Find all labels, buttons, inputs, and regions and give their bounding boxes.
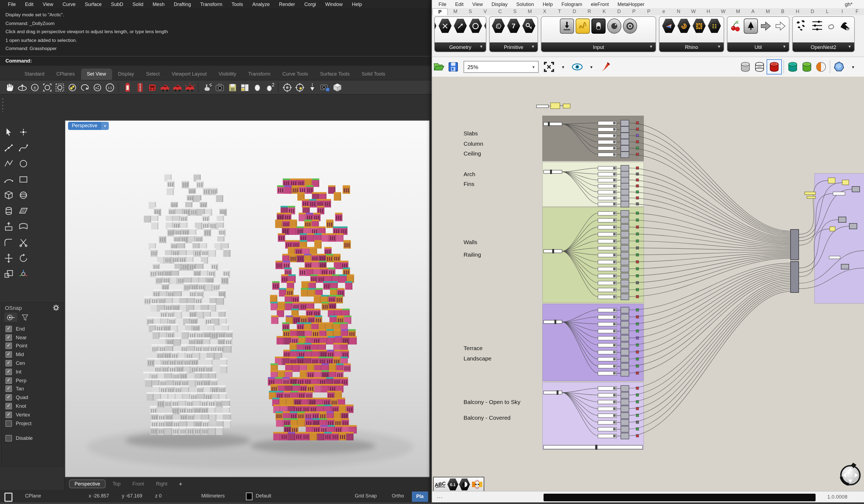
zoom-1to1-icon[interactable]: 1:1 (104, 82, 116, 93)
toolbar-group-caption[interactable]: OpenNest2▼ (793, 42, 854, 52)
category-tab-11-k[interactable]: K (597, 8, 612, 15)
extrude-tool-icon[interactable] (2, 220, 15, 233)
zoom-window-icon[interactable] (41, 82, 53, 93)
save-view-icon[interactable] (226, 82, 238, 93)
caret-icon[interactable]: ▼ (846, 60, 860, 74)
chevron-down-icon[interactable]: ▼ (101, 122, 109, 130)
checkbox-tan[interactable]: ✓ (5, 386, 12, 392)
surface-tool-icon[interactable] (17, 205, 30, 218)
nest-bird-icon[interactable] (838, 19, 853, 33)
gh-menu-item-view[interactable]: View (468, 1, 487, 7)
checkbox-perp[interactable]: ✓ (5, 377, 12, 384)
category-tab-3-v[interactable]: V (478, 8, 493, 15)
category-tab-23-b[interactable]: B (775, 8, 790, 15)
caret-icon[interactable]: ▼ (556, 60, 570, 74)
checkbox-cen[interactable]: ✓ (5, 360, 12, 367)
number-slider[interactable] (543, 320, 562, 323)
component-node[interactable] (621, 307, 629, 313)
cylinder-red-icon[interactable] (767, 59, 782, 74)
osnap-tab[interactable] (4, 312, 17, 322)
cylinder-wire-icon[interactable] (753, 60, 767, 74)
component-node[interactable] (621, 406, 629, 412)
category-tab-15-e[interactable]: e (656, 8, 671, 15)
menu-item-solid[interactable]: Solid (128, 1, 148, 7)
component-node[interactable] (621, 195, 629, 201)
viewport-tab-perspective[interactable]: Perspective (69, 479, 106, 488)
category-tab-22-m[interactable]: M (760, 8, 775, 15)
filter-funnel-icon[interactable] (19, 312, 32, 322)
arrow-outline-icon[interactable] (774, 19, 787, 33)
component-node[interactable] (838, 217, 846, 222)
road-icon[interactable] (708, 19, 721, 33)
category-tab-19-w[interactable]: W (716, 8, 731, 15)
component-node[interactable] (621, 392, 629, 398)
component-node[interactable] (621, 413, 629, 419)
toolbar-tab-display[interactable]: Display (112, 69, 140, 80)
component-node[interactable] (621, 152, 629, 158)
component-node[interactable] (621, 342, 629, 348)
sphere-2-icon[interactable]: 2 (263, 82, 276, 93)
checkbox-disable[interactable] (5, 435, 12, 442)
curve-tool-icon[interactable] (17, 142, 30, 155)
dial-knob-icon[interactable] (607, 19, 621, 34)
category-tab-6-m[interactable]: M (522, 8, 537, 15)
disc-icon[interactable] (489, 19, 490, 33)
category-tab-18-h[interactable]: H (701, 8, 716, 15)
corgi-car-icon[interactable] (171, 82, 183, 93)
component-node[interactable] (621, 177, 629, 183)
component-node[interactable] (621, 126, 629, 132)
cylinder-green-icon[interactable] (800, 60, 814, 74)
command-prompt[interactable]: Command: (0, 56, 431, 66)
gh-menu-item-help[interactable]: Help (538, 1, 557, 7)
rhino-command-area[interactable]: Display mode set to "Arctic".Command: _D… (0, 8, 431, 66)
canvas-graph[interactable]: SlabsColumnCeilingArchFinsWallsRailingTe… (432, 77, 864, 491)
rotate-tool-icon[interactable] (17, 252, 30, 265)
toolbar-tab-visibility[interactable]: Visibility (213, 69, 242, 80)
component-node[interactable] (621, 252, 629, 258)
caret-icon[interactable]: ▼ (584, 60, 599, 74)
menu-item-corgi[interactable]: Corgi (300, 1, 321, 7)
checkbox-int[interactable]: ✓ (5, 369, 12, 375)
category-tab-12-d[interactable]: D (612, 8, 626, 15)
units-pane[interactable]: Millimeters (201, 493, 225, 499)
cplane-pane[interactable]: CPlane (25, 493, 41, 499)
target-icon[interactable] (281, 82, 293, 93)
clash-icon[interactable] (471, 478, 484, 490)
white-cube-icon[interactable] (331, 82, 343, 93)
fillet-tool-icon[interactable] (2, 236, 15, 249)
cylinder-teal-icon[interactable] (785, 60, 800, 74)
component-node[interactable] (621, 266, 629, 272)
panel-node[interactable] (828, 178, 835, 183)
window-icon[interactable] (4, 493, 12, 502)
component-node[interactable] (621, 273, 629, 279)
component-node[interactable] (621, 363, 629, 369)
hex-disc-icon[interactable] (459, 478, 470, 491)
spiral-icon[interactable] (677, 19, 691, 33)
corgi-car-icon[interactable] (158, 82, 171, 93)
zoom-level-combo[interactable]: 25%▼ (464, 61, 539, 73)
category-tab-25-d[interactable]: D (805, 8, 820, 15)
mesh-blob-icon[interactable] (492, 19, 505, 33)
target-dot-icon[interactable] (293, 82, 306, 93)
component-node[interactable] (621, 145, 629, 151)
panel-node[interactable] (563, 104, 570, 108)
gh-menu-item-display[interactable]: Display (487, 1, 512, 7)
toolbar-tab-surface-tools[interactable]: Surface Tools (314, 69, 356, 80)
viewport-title-tab[interactable]: Perspective ▼ (68, 122, 109, 130)
viewport-tab-right[interactable]: Right (151, 480, 172, 488)
panel-node[interactable] (842, 180, 849, 185)
component-node[interactable] (621, 294, 629, 300)
component-node[interactable] (621, 189, 629, 195)
component-node[interactable] (621, 245, 629, 251)
component-node[interactable] (852, 186, 860, 192)
number-slider[interactable] (543, 122, 562, 126)
gh-menu-item-fologram[interactable]: Fologram (557, 1, 587, 7)
grasshopper-canvas[interactable]: SlabsColumnCeilingArchFinsWallsRailingTe… (432, 77, 864, 491)
ortho-toggle[interactable]: Ortho (392, 493, 404, 499)
arrow-down-icon[interactable] (306, 82, 318, 93)
checkbox-vertex[interactable]: ✓ (5, 411, 12, 418)
gh-menu-item-solution[interactable]: Solution (512, 1, 538, 7)
undo-view-icon[interactable] (79, 82, 91, 93)
toolbar-tab-viewport-layout[interactable]: Viewport Layout (166, 69, 213, 80)
merge-component-bottom[interactable] (791, 261, 799, 293)
